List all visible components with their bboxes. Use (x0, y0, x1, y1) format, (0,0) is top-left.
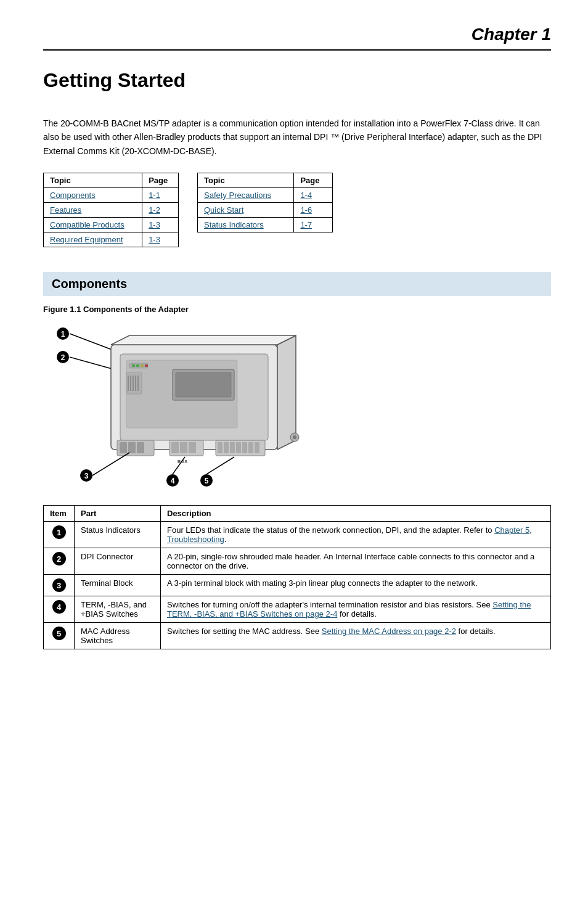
description-cell-1: Four LEDs that indicate the status of th… (161, 522, 551, 548)
item-number-1: 1 (52, 525, 66, 539)
table-row: 2 DPI Connector A 20-pin, single-row shr… (44, 548, 551, 575)
svg-line-51 (206, 457, 234, 474)
compatible-products-link[interactable]: Compatible Products (50, 220, 125, 229)
table-row: 5 MAC Address Switches Switches for sett… (44, 623, 551, 649)
description-cell-3: A 3-pin terminal block with mating 3-pin… (161, 575, 551, 596)
toc-right-page-header: Page (294, 173, 333, 188)
item-number-2: 2 (52, 552, 66, 565)
svg-rect-31 (189, 442, 196, 453)
svg-rect-29 (171, 442, 179, 453)
col-part-header: Part (75, 506, 161, 522)
toc-left-page-2[interactable]: 1-2 (142, 203, 179, 218)
description-cell-2: A 20-pin, single-row shrouded male heade… (161, 548, 551, 575)
toc-left-topic-2[interactable]: Features (44, 203, 142, 218)
features-link[interactable]: Features (50, 205, 81, 215)
table-row: 4 TERM, -BIAS, and +BIAS Switches Switch… (44, 596, 551, 623)
svg-rect-23 (176, 372, 231, 397)
part-cell-2: DPI Connector (75, 548, 161, 575)
chapter5-link[interactable]: Chapter 5 (494, 525, 529, 535)
adapter-svg: 1 2 (49, 320, 314, 493)
setting-mac-link[interactable]: Setting the MAC Address on page 2-2 (322, 627, 456, 636)
toc-left-row-1: Components 1-1 (44, 188, 179, 203)
svg-rect-27 (137, 442, 144, 453)
toc-table-left: Topic Page Components 1-1 Features 1-2 C… (43, 173, 179, 247)
svg-text:4: 4 (171, 477, 175, 485)
col-description-header: Description (161, 506, 551, 522)
table-row: 3 Terminal Block A 3-pin terminal block … (44, 575, 551, 596)
svg-rect-38 (242, 442, 247, 453)
svg-marker-9 (277, 335, 296, 450)
item-cell-3: 3 (44, 575, 75, 596)
svg-line-5 (70, 357, 114, 369)
svg-rect-13 (136, 364, 139, 367)
table-row: 1 Status Indicators Four LEDs that indic… (44, 522, 551, 548)
svg-rect-40 (255, 442, 259, 453)
page-title: Getting Started (43, 69, 551, 92)
item-cell-1: 1 (44, 522, 75, 548)
svg-rect-14 (141, 364, 144, 367)
toc-right-topic-3[interactable]: Status Indicators (198, 218, 294, 232)
toc-left-topic-1[interactable]: Components (44, 188, 142, 203)
svg-text:5: 5 (205, 477, 209, 485)
part-cell-1: Status Indicators (75, 522, 161, 548)
part-cell-3: Terminal Block (75, 575, 161, 596)
svg-rect-12 (132, 364, 135, 367)
part-cell-4: TERM, -BIAS, and +BIAS Switches (75, 596, 161, 623)
item-cell-5: 5 (44, 623, 75, 649)
status-indicators-link[interactable]: Status Indicators (204, 220, 264, 229)
toc-right-page-2[interactable]: 1-6 (294, 203, 333, 218)
svg-rect-34 (218, 442, 223, 453)
toc-left-page-3[interactable]: 1-3 (142, 218, 179, 232)
toc-left-topic-3[interactable]: Compatible Products (44, 218, 142, 232)
toc-right-topic-header: Topic (198, 173, 294, 188)
svg-text:2: 2 (61, 353, 65, 362)
svg-rect-37 (236, 442, 241, 453)
components-section-header: Components (43, 272, 551, 296)
svg-rect-26 (128, 442, 136, 453)
toc-left-row-3: Compatible Products 1-3 (44, 218, 179, 232)
toc-left-page-1[interactable]: 1-1 (142, 188, 179, 203)
components-table: Item Part Description 1 Status Indicator… (43, 505, 551, 649)
intro-paragraph: The 20-COMM-B BACnet MS/TP adapter is a … (43, 117, 551, 158)
figure-caption: Figure 1.1 Components of the Adapter (43, 305, 551, 314)
col-item-header: Item (44, 506, 75, 522)
svg-line-45 (92, 453, 129, 475)
svg-rect-35 (224, 442, 229, 453)
svg-text:3: 3 (84, 472, 89, 480)
chapter-label: Chapter 1 (472, 25, 551, 44)
toc-left-row-2: Features 1-2 (44, 203, 179, 218)
components-link[interactable]: Components (50, 191, 96, 200)
svg-rect-36 (230, 442, 235, 453)
svg-text:1: 1 (61, 330, 65, 339)
toc-left-topic-4[interactable]: Required Equipment (44, 232, 142, 247)
safety-precautions-link[interactable]: Safety Precautions (204, 191, 271, 200)
item-number-3: 3 (52, 578, 66, 592)
toc-right-row-1: Safety Precautions 1-4 (198, 188, 333, 203)
components-title: Components (52, 277, 127, 290)
troubleshooting-link[interactable]: Troubleshooting (167, 535, 224, 544)
toc-table-right: Topic Page Safety Precautions 1-4 Quick … (197, 173, 333, 232)
item-cell-4: 4 (44, 596, 75, 623)
svg-rect-15 (145, 364, 148, 367)
toc-right-page-3[interactable]: 1-7 (294, 218, 333, 232)
svg-rect-30 (180, 442, 187, 453)
toc-right-topic-2[interactable]: Quick Start (198, 203, 294, 218)
toc-section: Topic Page Components 1-1 Features 1-2 C… (43, 173, 551, 247)
toc-right: Topic Page Safety Precautions 1-4 Quick … (197, 173, 333, 247)
toc-left-page-header: Page (142, 173, 179, 188)
required-equipment-link[interactable]: Required Equipment (50, 235, 123, 244)
toc-left-page-4[interactable]: 1-3 (142, 232, 179, 247)
svg-point-42 (293, 435, 296, 439)
toc-right-topic-1[interactable]: Safety Precautions (198, 188, 294, 203)
toc-left-topic-header: Topic (44, 173, 142, 188)
toc-right-page-1[interactable]: 1-4 (294, 188, 333, 203)
item-number-4: 4 (52, 600, 66, 614)
toc-left-row-4: Required Equipment 1-3 (44, 232, 179, 247)
description-cell-4: Switches for turning on/off the adapter'… (161, 596, 551, 623)
quick-start-link[interactable]: Quick Start (204, 205, 243, 215)
toc-left: Topic Page Components 1-1 Features 1-2 C… (43, 173, 179, 247)
figure-container: 1 2 (43, 320, 551, 493)
chapter-header: Chapter 1 (43, 25, 551, 51)
description-cell-5: Switches for setting the MAC address. Se… (161, 623, 551, 649)
setting-term-link[interactable]: Setting the TERM, -BIAS, and +BIAS Switc… (167, 600, 531, 619)
